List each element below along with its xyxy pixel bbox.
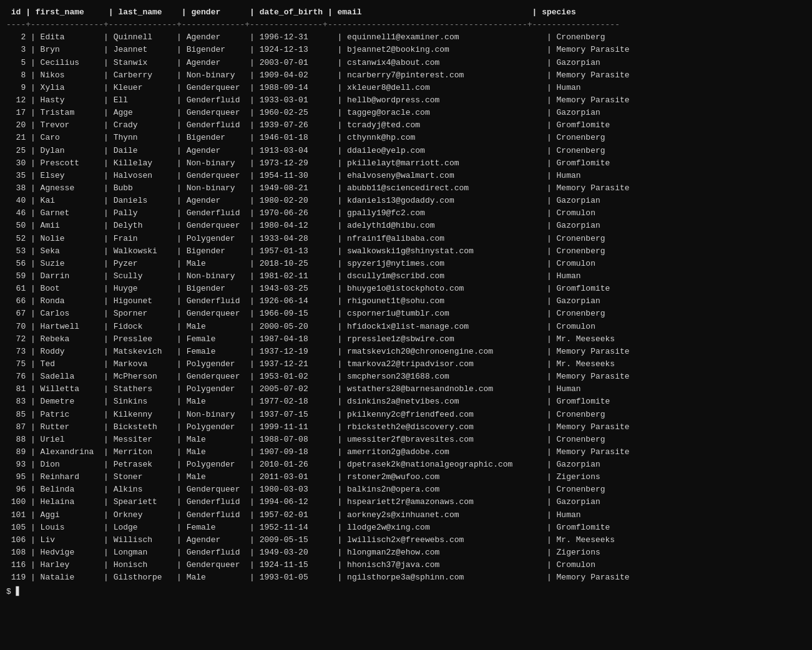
command-prompt: $ ▋: [6, 586, 806, 596]
data-table: id | first_name | last_name | gender | d…: [6, 6, 806, 584]
terminal-output: id | first_name | last_name | gender | d…: [6, 6, 806, 596]
